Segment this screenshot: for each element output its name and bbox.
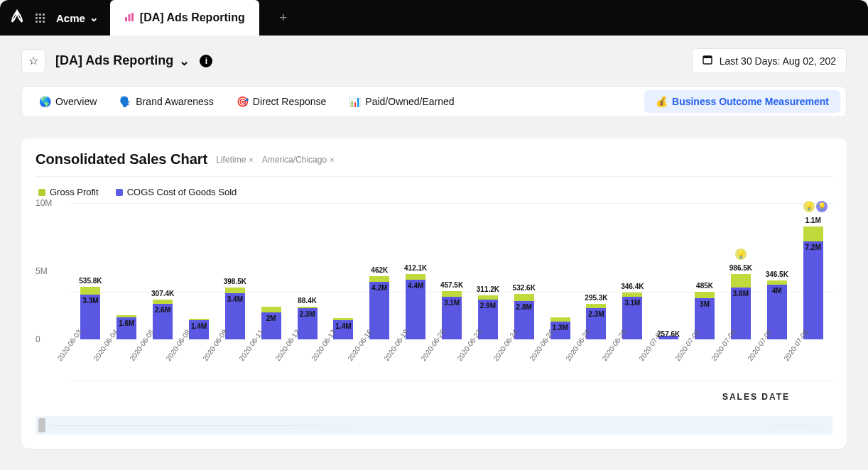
close-icon[interactable]: × [249, 155, 253, 164]
profit-value-label: 346.4K [621, 283, 644, 290]
chevron-down-icon: ⌄ [89, 11, 99, 24]
new-tab-button[interactable]: + [271, 5, 296, 31]
profit-segment [695, 292, 715, 298]
chip-label: America/Chicago [262, 155, 327, 165]
filter-chip-lifetime[interactable]: Lifetime× [216, 155, 253, 165]
cogs-segment [803, 241, 823, 339]
workspace-selector[interactable]: Acme ⌄ [56, 11, 99, 24]
insight-annotation[interactable]: 💡 [735, 248, 747, 260]
cogs-value-label: 3M [700, 300, 710, 308]
cogs-value-label: 2.9M [480, 302, 496, 310]
profit-segment [767, 280, 787, 285]
favorite-button[interactable]: ☆ [21, 49, 45, 73]
cogs-value-label: 3.3M [82, 297, 98, 305]
page-header-left: ☆ [DA] Ads Reporting ⌄ i [21, 49, 212, 73]
cogs-value-label: 1.4M [335, 322, 351, 330]
speaker-icon: 🗣️ [119, 96, 131, 107]
profit-segment [225, 288, 245, 293]
apps-grid-icon[interactable] [36, 13, 45, 23]
profit-value-label: 307.4K [151, 290, 174, 297]
tab-ads-reporting[interactable]: [DA] Ads Reporting [110, 0, 259, 35]
profit-value-label: 532.6K [513, 284, 536, 292]
insight-annotation[interactable]: 💡 [816, 201, 828, 212]
page-header: ☆ [DA] Ads Reporting ⌄ i Last 30 Days: A… [0, 35, 868, 80]
chip-label: Lifetime [216, 155, 246, 165]
legend-label: Gross Profit [50, 187, 99, 197]
date-range-label: Last 30 Days: Aug 02, 202 [720, 55, 836, 67]
chart-header: Consolidated Sales Chart Lifetime× Ameri… [36, 151, 832, 177]
svg-rect-2 [131, 13, 134, 21]
tab-label: Brand Awareness [136, 96, 213, 107]
legend-swatch [116, 189, 123, 196]
bar-chart-icon: 📊 [349, 96, 361, 107]
section-tabs: 🌎 Overview 🗣️ Brand Awareness 🎯 Direct R… [21, 86, 847, 117]
profit-value-label: 346.5K [766, 270, 788, 278]
cogs-value-label: 2.3M [588, 310, 604, 318]
close-icon[interactable]: × [330, 155, 334, 164]
cogs-value-label: 4.4M [408, 282, 423, 290]
chart-card: Consolidated Sales Chart Lifetime× Ameri… [21, 138, 847, 449]
page-title: [DA] Ads Reporting [55, 53, 173, 68]
profit-value-label: 295.3K [585, 294, 607, 302]
profit-value-label: 311.2K [477, 285, 499, 293]
svg-rect-4 [703, 56, 712, 58]
bar-chart-icon [124, 12, 134, 24]
insight-annotation[interactable]: 💡 [803, 201, 815, 212]
profit-segment [442, 291, 462, 297]
cogs-value-label: 2.6M [155, 306, 170, 314]
y-tick: 5M [36, 266, 48, 276]
cogs-value-label: 4.2M [371, 284, 387, 292]
chevron-down-icon: ⌄ [179, 53, 190, 69]
tab-brand-awareness[interactable]: 🗣️ Brand Awareness [108, 90, 224, 113]
profit-value-label: 457.5K [440, 281, 463, 289]
profit-value-label: 88.4K [298, 297, 317, 305]
calendar-icon [702, 55, 712, 67]
profit-value-label: 1.1M [805, 217, 820, 224]
tab-direct-response[interactable]: 🎯 Direct Response [225, 90, 338, 113]
bar-column[interactable]: 1.1M7.2M💡💡 [796, 226, 830, 339]
page-title-group[interactable]: [DA] Ads Reporting ⌄ [55, 53, 190, 69]
brush-handle[interactable] [38, 418, 45, 432]
tab-overview[interactable]: 🌎 Overview [28, 90, 108, 113]
cogs-value-label: 3.8M [733, 290, 749, 297]
filter-chip-timezone[interactable]: America/Chicago× [262, 155, 335, 165]
tab-business-outcome[interactable]: 💰 Business Outcome Measurement [644, 90, 840, 113]
y-tick: 0 [36, 334, 40, 344]
legend-label: COGS Cost of Goods Sold [127, 187, 237, 197]
profit-segment [514, 294, 534, 301]
tab-paid-owned-earned[interactable]: 📊 Paid/Owned/Earned [337, 90, 465, 113]
date-range-picker[interactable]: Last 30 Days: Aug 02, 202 [692, 48, 847, 73]
cogs-value-label: 1.3M [552, 324, 568, 332]
x-axis-title: SALES DATE [722, 392, 790, 402]
target-icon: 🎯 [237, 96, 249, 107]
bars-container: 535.8K3.3M1.6M307.4K2.6M1.4M398.5K3.4M2M… [74, 203, 830, 339]
cogs-value-label: 1.6M [119, 319, 134, 327]
app-logo-icon [10, 9, 24, 27]
chart-legend: Gross Profit COGS Cost of Goods Sold [38, 187, 832, 197]
svg-rect-0 [125, 17, 127, 21]
cogs-value-label: 1.4M [191, 322, 207, 330]
tab-label: Overview [55, 96, 97, 107]
cogs-value-label: 2.3M [299, 310, 315, 318]
info-icon[interactable]: i [200, 55, 212, 67]
profit-segment [80, 287, 100, 294]
cogs-value-label: 2.8M [516, 303, 532, 311]
profit-value-label: 986.5K [729, 264, 752, 272]
x-axis-labels: 2020-06-032020-06-042020-06-052020-06-08… [74, 339, 830, 381]
time-brush[interactable] [36, 416, 832, 435]
profit-segment [369, 276, 389, 283]
y-tick: 10M [36, 198, 52, 208]
app-topbar: Acme ⌄ [DA] Ads Reporting + [0, 0, 868, 35]
legend-item-cogs[interactable]: COGS Cost of Goods Sold [116, 187, 237, 197]
cogs-value-label: 2M [266, 315, 276, 322]
chart-plot-area: 10M 5M 0 535.8K3.3M1.6M307.4K2.6M1.4M398… [36, 203, 832, 381]
brush-sparkline [50, 425, 847, 426]
profit-value-label: 535.8K [79, 277, 102, 285]
tab-label: Direct Response [253, 96, 327, 107]
profit-value-label: 485K [696, 282, 713, 290]
money-bag-icon: 💰 [656, 96, 668, 107]
legend-item-profit[interactable]: Gross Profit [38, 187, 99, 197]
chart-title: Consolidated Sales Chart [36, 151, 207, 168]
profit-value-label: 412.1K [404, 264, 427, 272]
profit-value-label: 398.5K [224, 278, 246, 285]
